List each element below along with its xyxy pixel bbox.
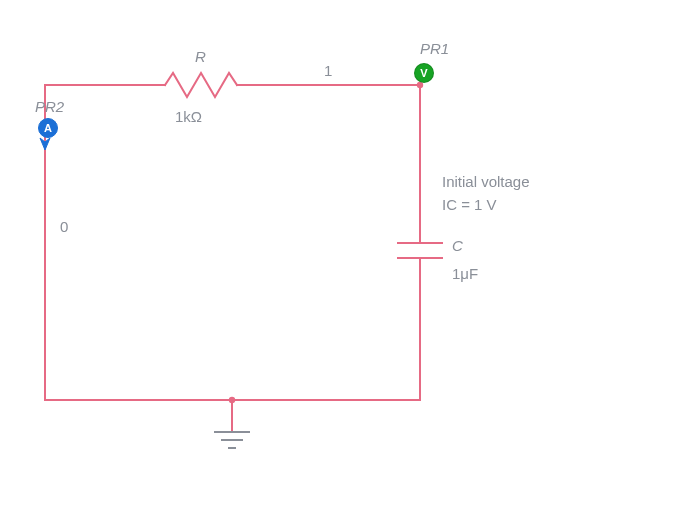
schematic-canvas: R 1kΩ 1 0 PR1 V PR2 A Initial voltage IC…	[0, 0, 689, 509]
capacitor-value-label: 1μF	[452, 265, 478, 282]
probe2-badge-text: A	[44, 122, 52, 134]
voltage-probe-icon[interactable]: V	[414, 63, 434, 83]
probe1-name-label: PR1	[420, 40, 449, 57]
resistor-symbol	[165, 73, 237, 97]
current-probe-icon[interactable]: A	[38, 118, 58, 138]
probe1-badge-text: V	[420, 67, 427, 79]
capacitor-ic-value: IC = 1 V	[442, 196, 497, 213]
resistor-name-label: R	[195, 48, 206, 65]
wiring-layer	[0, 0, 689, 509]
capacitor-name-label: C	[452, 237, 463, 254]
ground-symbol	[214, 432, 250, 448]
node-ground-junction	[229, 397, 235, 403]
capacitor-ic-title: Initial voltage	[442, 173, 530, 190]
node-0-label: 0	[60, 218, 68, 235]
probe2-name-label: PR2	[35, 98, 64, 115]
node-1-label: 1	[324, 62, 332, 79]
resistor-value-label: 1kΩ	[175, 108, 202, 125]
